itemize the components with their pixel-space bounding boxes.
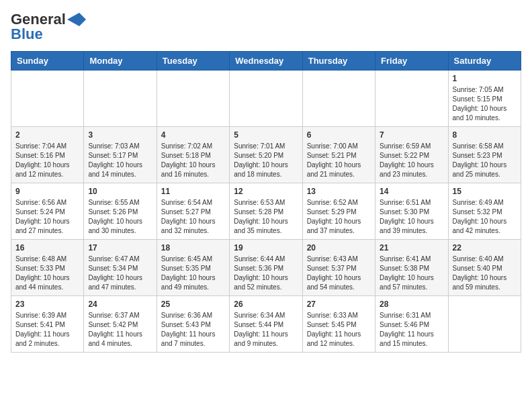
day-info: Sunrise: 6:33 AM Sunset: 5:45 PM Dayligh… (307, 311, 371, 349)
calendar-week-3: 16Sunrise: 6:48 AM Sunset: 5:33 PM Dayli… (11, 240, 521, 296)
calendar-week-1: 2Sunrise: 7:04 AM Sunset: 5:16 PM Daylig… (11, 127, 521, 183)
day-info: Sunrise: 6:55 AM Sunset: 5:26 PM Dayligh… (88, 198, 152, 236)
day-number: 26 (234, 300, 298, 309)
day-number: 4 (161, 130, 225, 140)
calendar-cell: 20Sunrise: 6:43 AM Sunset: 5:37 PM Dayli… (302, 240, 375, 296)
calendar-cell: 24Sunrise: 6:37 AM Sunset: 5:42 PM Dayli… (84, 296, 157, 353)
calendar-cell (375, 71, 448, 127)
svg-marker-0 (67, 13, 86, 26)
day-info: Sunrise: 6:40 AM Sunset: 5:40 PM Dayligh… (453, 255, 517, 292)
day-number: 18 (161, 243, 225, 253)
day-number: 13 (307, 187, 371, 196)
weekday-header-tuesday: Tuesday (157, 52, 229, 71)
day-number: 11 (161, 187, 225, 196)
calendar-cell: 7Sunrise: 6:59 AM Sunset: 5:22 PM Daylig… (375, 127, 448, 183)
day-number: 3 (88, 130, 152, 140)
calendar-cell: 9Sunrise: 6:56 AM Sunset: 5:24 PM Daylig… (11, 183, 84, 240)
day-info: Sunrise: 6:52 AM Sunset: 5:29 PM Dayligh… (307, 198, 371, 236)
weekday-header-monday: Monday (84, 52, 157, 71)
calendar-cell: 25Sunrise: 6:36 AM Sunset: 5:43 PM Dayli… (157, 296, 229, 353)
calendar-cell: 3Sunrise: 7:03 AM Sunset: 5:17 PM Daylig… (84, 127, 157, 183)
logo-blue: Blue (11, 26, 43, 43)
calendar-cell: 17Sunrise: 6:47 AM Sunset: 5:34 PM Dayli… (84, 240, 157, 296)
day-info: Sunrise: 6:39 AM Sunset: 5:41 PM Dayligh… (15, 311, 79, 349)
day-info: Sunrise: 7:01 AM Sunset: 5:20 PM Dayligh… (234, 142, 298, 179)
day-number: 1 (453, 74, 517, 83)
day-number: 28 (380, 300, 443, 309)
weekday-header-sunday: Sunday (11, 52, 84, 71)
calendar-week-2: 9Sunrise: 6:56 AM Sunset: 5:24 PM Daylig… (11, 183, 521, 240)
calendar: SundayMondayTuesdayWednesdayThursdayFrid… (11, 51, 521, 353)
calendar-cell (448, 296, 521, 353)
calendar-cell (157, 71, 229, 127)
day-number: 10 (88, 187, 152, 196)
day-number: 6 (307, 130, 371, 140)
day-info: Sunrise: 6:34 AM Sunset: 5:44 PM Dayligh… (234, 311, 298, 349)
weekday-header-saturday: Saturday (448, 52, 521, 71)
day-number: 12 (234, 187, 298, 196)
day-number: 16 (15, 243, 79, 253)
weekday-header-wednesday: Wednesday (230, 52, 302, 71)
day-info: Sunrise: 7:00 AM Sunset: 5:21 PM Dayligh… (307, 142, 371, 179)
day-number: 27 (307, 300, 371, 309)
day-info: Sunrise: 7:02 AM Sunset: 5:18 PM Dayligh… (161, 142, 225, 179)
day-number: 14 (380, 187, 443, 196)
calendar-week-0: 1Sunrise: 7:05 AM Sunset: 5:15 PM Daylig… (11, 71, 521, 127)
calendar-cell: 22Sunrise: 6:40 AM Sunset: 5:40 PM Dayli… (448, 240, 521, 296)
calendar-cell: 2Sunrise: 7:04 AM Sunset: 5:16 PM Daylig… (11, 127, 84, 183)
day-number: 25 (161, 300, 225, 309)
calendar-cell: 16Sunrise: 6:48 AM Sunset: 5:33 PM Dayli… (11, 240, 84, 296)
day-info: Sunrise: 6:45 AM Sunset: 5:35 PM Dayligh… (161, 255, 225, 292)
day-info: Sunrise: 6:56 AM Sunset: 5:24 PM Dayligh… (15, 198, 79, 236)
calendar-cell: 1Sunrise: 7:05 AM Sunset: 5:15 PM Daylig… (448, 71, 521, 127)
logo: General Blue (11, 11, 86, 43)
day-number: 15 (453, 187, 517, 196)
calendar-cell: 6Sunrise: 7:00 AM Sunset: 5:21 PM Daylig… (302, 127, 375, 183)
day-number: 17 (88, 243, 152, 253)
calendar-cell: 28Sunrise: 6:31 AM Sunset: 5:46 PM Dayli… (375, 296, 448, 353)
day-number: 7 (380, 130, 443, 140)
header: General Blue (11, 11, 521, 43)
day-info: Sunrise: 6:54 AM Sunset: 5:27 PM Dayligh… (161, 198, 225, 236)
calendar-cell: 14Sunrise: 6:51 AM Sunset: 5:30 PM Dayli… (375, 183, 448, 240)
weekday-header-thursday: Thursday (302, 52, 375, 71)
calendar-cell: 19Sunrise: 6:44 AM Sunset: 5:36 PM Dayli… (230, 240, 302, 296)
calendar-cell: 8Sunrise: 6:58 AM Sunset: 5:23 PM Daylig… (448, 127, 521, 183)
calendar-cell: 10Sunrise: 6:55 AM Sunset: 5:26 PM Dayli… (84, 183, 157, 240)
calendar-cell (84, 71, 157, 127)
calendar-cell: 13Sunrise: 6:52 AM Sunset: 5:29 PM Dayli… (302, 183, 375, 240)
day-info: Sunrise: 6:44 AM Sunset: 5:36 PM Dayligh… (234, 255, 298, 292)
calendar-cell: 26Sunrise: 6:34 AM Sunset: 5:44 PM Dayli… (230, 296, 302, 353)
day-info: Sunrise: 6:53 AM Sunset: 5:28 PM Dayligh… (234, 198, 298, 236)
calendar-body: 1Sunrise: 7:05 AM Sunset: 5:15 PM Daylig… (11, 71, 521, 353)
day-number: 22 (453, 243, 517, 253)
day-number: 8 (453, 130, 517, 140)
logo-arrow-icon (67, 13, 86, 26)
weekday-header-row: SundayMondayTuesdayWednesdayThursdayFrid… (11, 52, 521, 71)
day-info: Sunrise: 6:58 AM Sunset: 5:23 PM Dayligh… (453, 142, 517, 179)
day-number: 20 (307, 243, 371, 253)
calendar-cell: 27Sunrise: 6:33 AM Sunset: 5:45 PM Dayli… (302, 296, 375, 353)
day-number: 19 (234, 243, 298, 253)
day-info: Sunrise: 6:36 AM Sunset: 5:43 PM Dayligh… (161, 311, 225, 349)
calendar-week-4: 23Sunrise: 6:39 AM Sunset: 5:41 PM Dayli… (11, 296, 521, 353)
calendar-cell: 23Sunrise: 6:39 AM Sunset: 5:41 PM Dayli… (11, 296, 84, 353)
calendar-cell: 5Sunrise: 7:01 AM Sunset: 5:20 PM Daylig… (230, 127, 302, 183)
day-number: 2 (15, 130, 79, 140)
day-info: Sunrise: 6:48 AM Sunset: 5:33 PM Dayligh… (15, 255, 79, 292)
day-info: Sunrise: 6:41 AM Sunset: 5:38 PM Dayligh… (380, 255, 443, 292)
calendar-cell: 18Sunrise: 6:45 AM Sunset: 5:35 PM Dayli… (157, 240, 229, 296)
day-info: Sunrise: 6:31 AM Sunset: 5:46 PM Dayligh… (380, 311, 443, 349)
calendar-cell: 11Sunrise: 6:54 AM Sunset: 5:27 PM Dayli… (157, 183, 229, 240)
day-number: 5 (234, 130, 298, 140)
calendar-cell (230, 71, 302, 127)
calendar-cell: 4Sunrise: 7:02 AM Sunset: 5:18 PM Daylig… (157, 127, 229, 183)
calendar-cell (11, 71, 84, 127)
day-number: 21 (380, 243, 443, 253)
day-info: Sunrise: 6:59 AM Sunset: 5:22 PM Dayligh… (380, 142, 443, 179)
day-number: 9 (15, 187, 79, 196)
day-info: Sunrise: 7:03 AM Sunset: 5:17 PM Dayligh… (88, 142, 152, 179)
day-number: 24 (88, 300, 152, 309)
calendar-cell (302, 71, 375, 127)
day-info: Sunrise: 6:43 AM Sunset: 5:37 PM Dayligh… (307, 255, 371, 292)
